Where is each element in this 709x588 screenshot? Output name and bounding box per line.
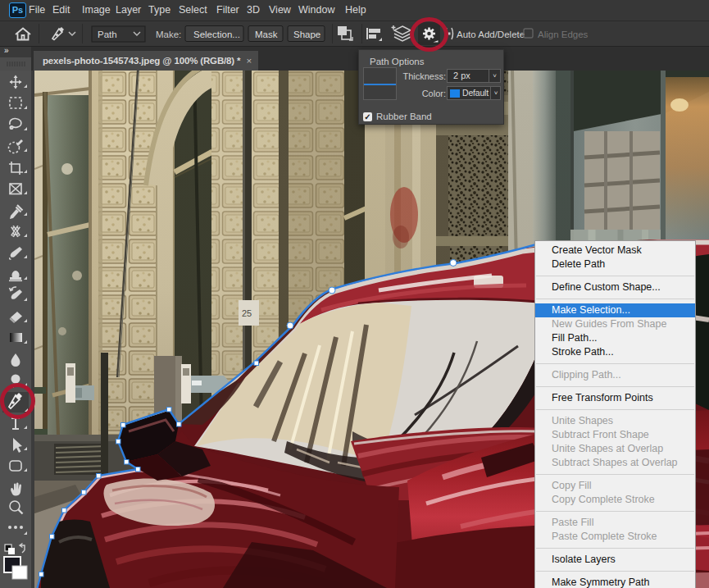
svg-text:Selection...: Selection...: [193, 30, 240, 39]
svg-text:25: 25: [242, 308, 252, 318]
svg-text:Make:: Make:: [156, 30, 181, 39]
svg-text:Shape: Shape: [293, 30, 320, 39]
svg-text:Align Edges: Align Edges: [538, 30, 589, 39]
svg-text:Mask: Mask: [255, 30, 278, 39]
svg-text:Path: Path: [98, 30, 117, 39]
svg-text:Auto Add/Delete: Auto Add/Delete: [457, 30, 525, 39]
